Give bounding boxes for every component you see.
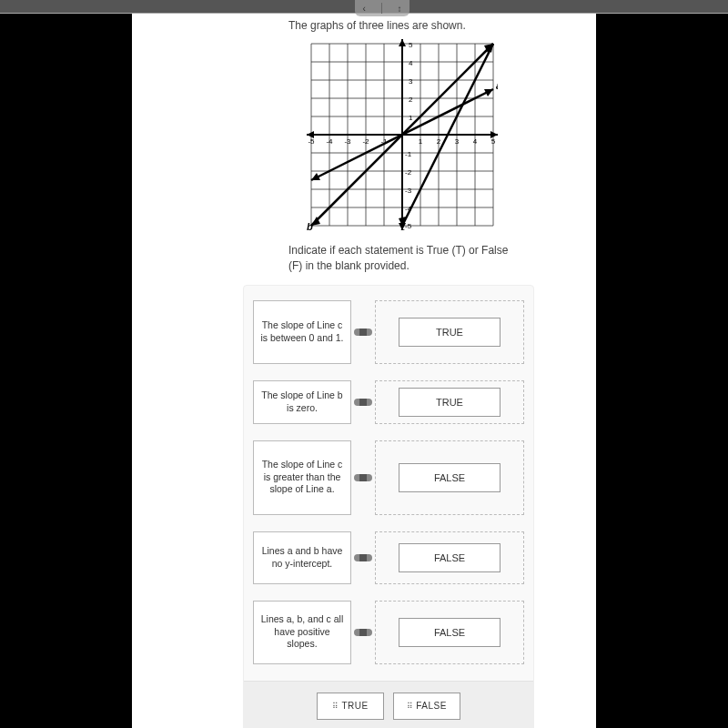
- match-panel: The slope of Line c is between 0 and 1. …: [243, 285, 534, 728]
- document-page: The graphs of three lines are shown.: [132, 14, 596, 728]
- answer-drop-zone[interactable]: FALSE: [375, 440, 524, 515]
- statement-box: The slope of Line c is greater than the …: [253, 440, 351, 515]
- svg-text:-2: -2: [405, 168, 412, 177]
- svg-text:-4: -4: [326, 137, 333, 146]
- answer-chip[interactable]: FALSE: [399, 543, 500, 572]
- connector-knob[interactable]: [351, 629, 375, 636]
- svg-text:-1: -1: [405, 150, 412, 158]
- statement-box: The slope of Line c is between 0 and 1.: [253, 300, 351, 364]
- false-chip[interactable]: FALSE: [393, 693, 460, 720]
- statement-box: The slope of Line b is zero.: [253, 380, 351, 424]
- intro-text: The graphs of three lines are shown.: [288, 19, 576, 32]
- statement-row: The slope of Line c is between 0 and 1. …: [253, 300, 524, 364]
- nav-widget[interactable]: ‹ ↕: [355, 0, 410, 16]
- svg-text:4: 4: [409, 59, 413, 67]
- svg-text:1: 1: [409, 114, 413, 122]
- svg-text:-2: -2: [362, 137, 369, 146]
- connector-knob[interactable]: [351, 329, 375, 336]
- statement-row: The slope of Line b is zero. TRUE: [253, 380, 524, 424]
- instruction-text: Indicate if each statement is True (T) o…: [288, 243, 525, 274]
- true-chip[interactable]: TRUE: [317, 693, 384, 720]
- nav-left-icon[interactable]: ‹: [362, 4, 365, 14]
- svg-text:-3: -3: [344, 137, 351, 146]
- svg-text:3: 3: [455, 137, 460, 146]
- statement-row: Lines a, b, and c all have positive slop…: [253, 601, 524, 664]
- answer-drop-zone[interactable]: FALSE: [375, 601, 524, 664]
- svg-text:-5: -5: [308, 137, 315, 146]
- statement-box: Lines a, b, and c all have positive slop…: [253, 601, 351, 664]
- svg-text:4: 4: [473, 137, 478, 146]
- svg-marker-26: [399, 39, 406, 46]
- content-area: The graphs of three lines are shown.: [0, 14, 728, 728]
- answer-chip[interactable]: TRUE: [399, 318, 500, 347]
- answer-chip[interactable]: FALSE: [399, 618, 500, 647]
- statement-row: The slope of Line c is greater than the …: [253, 440, 524, 515]
- nav-divider: [381, 3, 382, 14]
- statement-row: Lines a and b have no y-intercept. FALSE: [253, 531, 524, 584]
- coordinate-graph: -5 -4 -3 -2 -1 1 2 3 4 5 5 4 3 2: [307, 39, 576, 234]
- answer-drop-zone[interactable]: TRUE: [375, 380, 524, 424]
- svg-text:5: 5: [409, 41, 413, 49]
- svg-text:-5: -5: [405, 222, 412, 230]
- svg-text:c: c: [399, 226, 405, 230]
- svg-text:2: 2: [437, 137, 441, 146]
- svg-text:2: 2: [409, 96, 413, 104]
- svg-text:1: 1: [419, 137, 423, 146]
- nav-resize-icon[interactable]: ↕: [398, 4, 402, 14]
- answer-chip[interactable]: TRUE: [399, 388, 500, 417]
- connector-knob[interactable]: [351, 399, 375, 406]
- connector-knob[interactable]: [351, 474, 375, 481]
- answer-chip[interactable]: FALSE: [399, 463, 500, 492]
- statement-box: Lines a and b have no y-intercept.: [253, 531, 351, 584]
- svg-text:5: 5: [491, 137, 496, 146]
- answer-drop-zone[interactable]: TRUE: [375, 300, 524, 364]
- svg-text:-3: -3: [405, 187, 412, 195]
- chip-source-bar: TRUE FALSE: [244, 681, 533, 728]
- connector-knob[interactable]: [351, 554, 375, 561]
- svg-text:a: a: [496, 80, 498, 91]
- svg-text:3: 3: [409, 77, 413, 86]
- svg-text:b: b: [307, 221, 313, 230]
- answer-drop-zone[interactable]: FALSE: [375, 531, 524, 584]
